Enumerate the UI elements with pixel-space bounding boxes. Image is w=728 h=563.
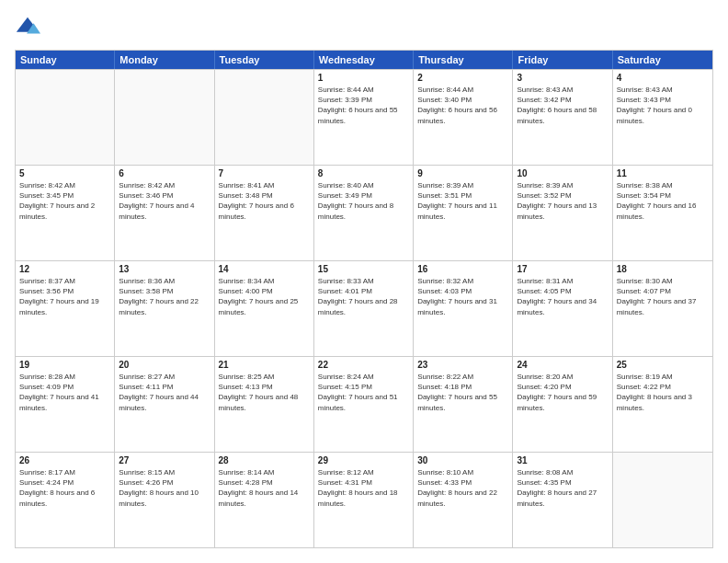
- day-number: 29: [318, 455, 409, 465]
- calendar-cell: 3Sunrise: 8:43 AMSunset: 3:42 PMDaylight…: [513, 70, 612, 165]
- day-info: Sunrise: 8:44 AMSunset: 3:39 PMDaylight:…: [318, 85, 409, 126]
- calendar-cell: 29Sunrise: 8:12 AMSunset: 4:31 PMDayligh…: [314, 453, 414, 547]
- day-number: 9: [417, 168, 508, 178]
- calendar-week-row: 19Sunrise: 8:28 AMSunset: 4:09 PMDayligh…: [16, 356, 712, 452]
- calendar-week-row: 12Sunrise: 8:37 AMSunset: 3:56 PMDayligh…: [16, 260, 712, 356]
- day-number: 30: [417, 455, 508, 465]
- day-info: Sunrise: 8:31 AMSunset: 4:05 PMDaylight:…: [517, 276, 608, 317]
- day-number: 14: [219, 264, 310, 274]
- calendar-cell: 21Sunrise: 8:25 AMSunset: 4:13 PMDayligh…: [215, 357, 314, 452]
- calendar-cell: 1Sunrise: 8:44 AMSunset: 3:39 PMDaylight…: [314, 70, 414, 165]
- day-info: Sunrise: 8:19 AMSunset: 4:22 PMDaylight:…: [617, 372, 709, 413]
- day-info: Sunrise: 8:30 AMSunset: 4:07 PMDaylight:…: [617, 276, 709, 317]
- day-info: Sunrise: 8:12 AMSunset: 4:31 PMDaylight:…: [318, 467, 409, 509]
- logo-icon: [15, 15, 40, 40]
- calendar-cell: 12Sunrise: 8:37 AMSunset: 3:56 PMDayligh…: [16, 261, 115, 356]
- day-info: Sunrise: 8:27 AMSunset: 4:11 PMDaylight:…: [119, 372, 210, 413]
- calendar-cell: 19Sunrise: 8:28 AMSunset: 4:09 PMDayligh…: [16, 357, 115, 452]
- day-number: 21: [219, 360, 310, 370]
- calendar-cell: 23Sunrise: 8:22 AMSunset: 4:18 PMDayligh…: [414, 357, 513, 452]
- day-info: Sunrise: 8:36 AMSunset: 3:58 PMDaylight:…: [119, 276, 210, 317]
- calendar-cell: [613, 453, 712, 547]
- day-info: Sunrise: 8:43 AMSunset: 3:43 PMDaylight:…: [617, 85, 709, 126]
- day-number: 5: [19, 168, 110, 178]
- calendar-cell: 27Sunrise: 8:15 AMSunset: 4:26 PMDayligh…: [115, 453, 214, 547]
- calendar-cell: 10Sunrise: 8:39 AMSunset: 3:52 PMDayligh…: [513, 166, 612, 260]
- day-number: 19: [19, 360, 110, 370]
- day-info: Sunrise: 8:37 AMSunset: 3:56 PMDaylight:…: [19, 276, 110, 317]
- day-info: Sunrise: 8:22 AMSunset: 4:18 PMDaylight:…: [417, 372, 508, 413]
- day-number: 10: [517, 168, 608, 178]
- calendar-cell: 30Sunrise: 8:10 AMSunset: 4:33 PMDayligh…: [414, 453, 513, 547]
- calendar-day-header: Friday: [513, 51, 612, 69]
- day-number: 12: [19, 264, 110, 274]
- day-number: 18: [617, 264, 709, 274]
- day-info: Sunrise: 8:39 AMSunset: 3:51 PMDaylight:…: [417, 180, 508, 222]
- day-number: 16: [417, 264, 508, 274]
- day-number: 6: [119, 168, 210, 178]
- calendar-cell: 13Sunrise: 8:36 AMSunset: 3:58 PMDayligh…: [115, 261, 214, 356]
- calendar-cell: 7Sunrise: 8:41 AMSunset: 3:48 PMDaylight…: [215, 166, 314, 260]
- calendar-cell: 22Sunrise: 8:24 AMSunset: 4:15 PMDayligh…: [314, 357, 414, 452]
- day-info: Sunrise: 8:20 AMSunset: 4:20 PMDaylight:…: [517, 372, 608, 413]
- calendar-cell: 20Sunrise: 8:27 AMSunset: 4:11 PMDayligh…: [115, 357, 214, 452]
- calendar-week-row: 26Sunrise: 8:17 AMSunset: 4:24 PMDayligh…: [16, 452, 712, 547]
- day-info: Sunrise: 8:42 AMSunset: 3:46 PMDaylight:…: [119, 180, 210, 222]
- calendar-day-header: Monday: [115, 51, 214, 69]
- day-number: 28: [219, 455, 310, 465]
- day-info: Sunrise: 8:39 AMSunset: 3:52 PMDaylight:…: [517, 180, 608, 222]
- day-number: 3: [517, 73, 608, 83]
- day-info: Sunrise: 8:44 AMSunset: 3:40 PMDaylight:…: [417, 85, 508, 126]
- calendar-cell: 8Sunrise: 8:40 AMSunset: 3:49 PMDaylight…: [314, 166, 414, 260]
- calendar-cell: 26Sunrise: 8:17 AMSunset: 4:24 PMDayligh…: [16, 453, 115, 547]
- calendar-day-header: Wednesday: [314, 51, 414, 69]
- day-number: 24: [517, 360, 608, 370]
- calendar-cell: 11Sunrise: 8:38 AMSunset: 3:54 PMDayligh…: [613, 166, 712, 260]
- calendar-cell: 31Sunrise: 8:08 AMSunset: 4:35 PMDayligh…: [513, 453, 612, 547]
- calendar-day-header: Sunday: [16, 51, 115, 69]
- day-number: 25: [617, 360, 709, 370]
- day-info: Sunrise: 8:40 AMSunset: 3:49 PMDaylight:…: [318, 180, 409, 222]
- calendar-cell: 2Sunrise: 8:44 AMSunset: 3:40 PMDaylight…: [414, 70, 513, 165]
- calendar-cell: 17Sunrise: 8:31 AMSunset: 4:05 PMDayligh…: [513, 261, 612, 356]
- day-number: 22: [318, 360, 409, 370]
- day-info: Sunrise: 8:08 AMSunset: 4:35 PMDaylight:…: [517, 467, 608, 509]
- day-number: 1: [318, 73, 409, 83]
- day-info: Sunrise: 8:25 AMSunset: 4:13 PMDaylight:…: [219, 372, 310, 413]
- calendar-day-header: Tuesday: [215, 51, 314, 69]
- day-info: Sunrise: 8:14 AMSunset: 4:28 PMDaylight:…: [219, 467, 310, 509]
- calendar-cell: [215, 70, 314, 165]
- day-info: Sunrise: 8:42 AMSunset: 3:45 PMDaylight:…: [19, 180, 110, 222]
- day-info: Sunrise: 8:24 AMSunset: 4:15 PMDaylight:…: [318, 372, 409, 413]
- calendar-cell: 14Sunrise: 8:34 AMSunset: 4:00 PMDayligh…: [215, 261, 314, 356]
- calendar-body: 1Sunrise: 8:44 AMSunset: 3:39 PMDaylight…: [16, 69, 712, 547]
- calendar-cell: 18Sunrise: 8:30 AMSunset: 4:07 PMDayligh…: [613, 261, 712, 356]
- header: [15, 15, 713, 40]
- calendar-cell: 25Sunrise: 8:19 AMSunset: 4:22 PMDayligh…: [613, 357, 712, 452]
- calendar-cell: 16Sunrise: 8:32 AMSunset: 4:03 PMDayligh…: [414, 261, 513, 356]
- calendar-week-row: 5Sunrise: 8:42 AMSunset: 3:45 PMDaylight…: [16, 165, 712, 260]
- day-number: 27: [119, 455, 210, 465]
- calendar-week-row: 1Sunrise: 8:44 AMSunset: 3:39 PMDaylight…: [16, 69, 712, 165]
- day-number: 4: [617, 73, 709, 83]
- day-number: 20: [119, 360, 210, 370]
- day-number: 31: [517, 455, 608, 465]
- page: SundayMondayTuesdayWednesdayThursdayFrid…: [0, 0, 728, 563]
- day-number: 26: [19, 455, 110, 465]
- day-number: 2: [417, 73, 508, 83]
- day-info: Sunrise: 8:10 AMSunset: 4:33 PMDaylight:…: [417, 467, 508, 509]
- day-number: 11: [617, 168, 709, 178]
- day-info: Sunrise: 8:33 AMSunset: 4:01 PMDaylight:…: [318, 276, 409, 317]
- calendar-cell: 9Sunrise: 8:39 AMSunset: 3:51 PMDaylight…: [414, 166, 513, 260]
- calendar-day-header: Saturday: [613, 51, 712, 69]
- day-number: 13: [119, 264, 210, 274]
- day-info: Sunrise: 8:38 AMSunset: 3:54 PMDaylight:…: [617, 180, 709, 222]
- day-info: Sunrise: 8:43 AMSunset: 3:42 PMDaylight:…: [517, 85, 608, 126]
- calendar-cell: [16, 70, 115, 165]
- day-info: Sunrise: 8:32 AMSunset: 4:03 PMDaylight:…: [417, 276, 508, 317]
- calendar-cell: 15Sunrise: 8:33 AMSunset: 4:01 PMDayligh…: [314, 261, 414, 356]
- calendar-cell: [115, 70, 214, 165]
- logo: [15, 15, 44, 40]
- day-number: 17: [517, 264, 608, 274]
- day-number: 8: [318, 168, 409, 178]
